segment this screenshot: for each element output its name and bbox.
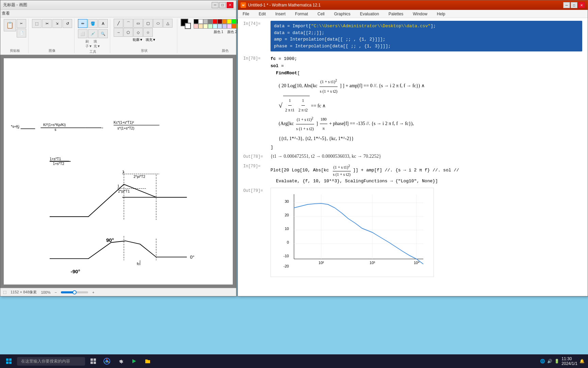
brush-dropdown[interactable]: 刷子▼ <box>85 39 92 49</box>
math-maximize-button[interactable]: □ <box>571 2 577 8</box>
svg-rect-51 <box>6 362 9 364</box>
cell-in74: In[74]= data = Import["C:\\Users\\Admini… <box>243 21 582 51</box>
menu-window[interactable]: Window <box>411 11 429 17</box>
paint-canvas-wrapper: → *s+Ki Ki*(1+s*Kp/Ki) s → Kc*(1+s*T1)² … <box>0 55 236 288</box>
svg-rect-49 <box>6 358 9 361</box>
menu-evaluation[interactable]: Evaluation <box>358 11 381 17</box>
zoom-out-button[interactable]: − <box>55 290 57 294</box>
color-red[interactable] <box>213 19 217 24</box>
svg-text:10: 10 <box>285 227 289 231</box>
zoom-slider[interactable] <box>61 291 88 293</box>
minimize-button[interactable]: ─ <box>212 2 218 8</box>
close-button[interactable]: ✕ <box>227 2 233 8</box>
menu-palettes[interactable]: Palettes <box>387 11 405 17</box>
diamond-tool[interactable]: ◇ <box>133 28 143 37</box>
pencil-button[interactable]: ✏ <box>78 19 87 28</box>
color-lightyellow[interactable] <box>203 24 208 29</box>
line-tool[interactable]: ╱ <box>114 19 123 28</box>
volume-icon: 🔊 <box>547 359 552 364</box>
menu-cell[interactable]: Cell <box>315 11 327 17</box>
color-pink1[interactable] <box>194 24 198 29</box>
copy-button[interactable]: 📄 <box>17 29 26 37</box>
file-manager-icon[interactable] <box>142 356 153 367</box>
settings-icon[interactable] <box>115 356 126 367</box>
rect-tool[interactable]: ▭ <box>133 19 143 28</box>
picker-button[interactable]: 💉 <box>88 29 98 38</box>
svg-text:-10: -10 <box>283 254 289 258</box>
canvas-icon: ⬚ <box>3 290 6 294</box>
math-window-controls: ─ □ ✕ <box>563 2 585 8</box>
color-lightblue[interactable] <box>217 24 222 29</box>
input-74[interactable]: data = Import["C:\\Users\\Administrator\… <box>271 21 582 51</box>
ellipse-tool[interactable]: ⬭ <box>153 19 163 28</box>
start-button[interactable] <box>3 356 14 367</box>
bode-plot: 30 20 10 0 -10 -20 10² 10³ 10⁴ <box>274 191 430 273</box>
math-title-text: Untitled-1 * - Wolfram Mathematica 12.1 <box>248 3 321 7</box>
menu-graphics[interactable]: Graphics <box>332 11 353 17</box>
image-section: ⬚ ✂ ⇲ ↺ 图像 <box>30 19 75 53</box>
color-lightgreen[interactable] <box>208 24 213 29</box>
star-tool[interactable]: ☆ <box>143 28 153 37</box>
paint-canvas[interactable]: → *s+Ki Ki*(1+s*Kp/Ki) s → Kc*(1+s*T1)² … <box>4 58 233 285</box>
select-button[interactable]: ⬚ <box>32 19 42 28</box>
cell-label-out79: Out[79]= <box>243 188 271 193</box>
zoom-in-button[interactable]: + <box>92 290 94 294</box>
svg-text:0°: 0° <box>190 255 195 260</box>
chrome-icon[interactable] <box>101 356 112 367</box>
fill2-dropdown[interactable]: 填充▼ <box>146 37 156 42</box>
pentagon-tool[interactable]: ⬠ <box>124 28 133 37</box>
color-lightcyan[interactable] <box>213 24 217 29</box>
image-tools: ⬚ ✂ ⇲ ↺ <box>32 19 72 28</box>
search-bar[interactable]: 在这里输入你要搜索的内容 <box>17 357 85 366</box>
curve-tool[interactable]: ⌒ <box>124 19 133 28</box>
text-button[interactable]: A <box>98 19 108 28</box>
cell-output-78: {t1 → 0.000472551, t2 → 0.0000536033, kc… <box>271 154 582 159</box>
roundrect-tool[interactable]: ▢ <box>143 19 153 28</box>
math-close-button[interactable]: ✕ <box>578 2 585 8</box>
svg-marker-62 <box>132 359 136 363</box>
color-black[interactable] <box>194 19 198 24</box>
menu-help[interactable]: Help <box>435 11 447 17</box>
menu-file[interactable]: File <box>241 11 251 17</box>
network-icon: 🌐 <box>540 359 545 364</box>
color-peach[interactable] <box>198 24 203 29</box>
paste-button[interactable]: 📋 <box>4 19 16 31</box>
crop-button[interactable]: ✂ <box>42 19 52 28</box>
menu-view[interactable]: 查看 <box>2 11 10 16</box>
media-player-icon[interactable] <box>129 356 140 367</box>
task-view-button[interactable] <box>88 356 99 367</box>
color-lime[interactable] <box>232 19 236 24</box>
cut-button[interactable]: ✂ <box>17 19 26 28</box>
menu-insert[interactable]: Insert <box>273 11 288 17</box>
fill-dropdown[interactable]: 填充▼ <box>94 39 100 49</box>
svg-text:1: 1 <box>117 184 119 188</box>
eraser-button[interactable]: ⬜ <box>78 29 87 38</box>
math-notebook[interactable]: In[74]= data = Import["C:\\Users\\Admini… <box>238 18 588 296</box>
svg-text:2*pi*T2: 2*pi*T2 <box>134 175 145 179</box>
color-white[interactable] <box>198 19 203 24</box>
color-yellow[interactable] <box>227 19 232 24</box>
triangle-tool[interactable]: △ <box>163 19 173 28</box>
cell-out78: Out[78]= {t1 → 0.000472551, t2 → 0.00005… <box>243 154 582 159</box>
color-gray[interactable] <box>203 19 208 24</box>
color-orange[interactable] <box>222 19 227 24</box>
math-minimize-button[interactable]: ─ <box>563 2 570 8</box>
color-pink2[interactable] <box>227 24 232 29</box>
menu-edit[interactable]: Edit <box>257 11 268 17</box>
color-darkorange[interactable] <box>232 24 236 29</box>
rotate-button[interactable]: ↺ <box>63 19 72 28</box>
menu-format[interactable]: Format <box>293 11 310 17</box>
color-lavender[interactable] <box>222 24 227 29</box>
maximize-button[interactable]: □ <box>219 2 226 8</box>
zoom-button[interactable]: 🔍 <box>98 29 108 38</box>
notification-icon[interactable]: 🔔 <box>579 359 585 364</box>
tools-section: ✏ 🪣 A ⬜ 💉 🔍 刷子▼ 填充▼ 工具 <box>76 19 110 53</box>
zoom-label: 100% <box>41 290 50 294</box>
outline-dropdown[interactable]: 轮廓▼ <box>133 37 143 42</box>
color2-swatch[interactable] <box>185 23 191 29</box>
color-darkgray[interactable] <box>208 19 213 24</box>
arrow-tool[interactable]: → <box>114 28 123 37</box>
color-maroon[interactable] <box>217 19 222 24</box>
fill-button[interactable]: 🪣 <box>88 19 98 28</box>
resize-button[interactable]: ⇲ <box>52 19 62 28</box>
